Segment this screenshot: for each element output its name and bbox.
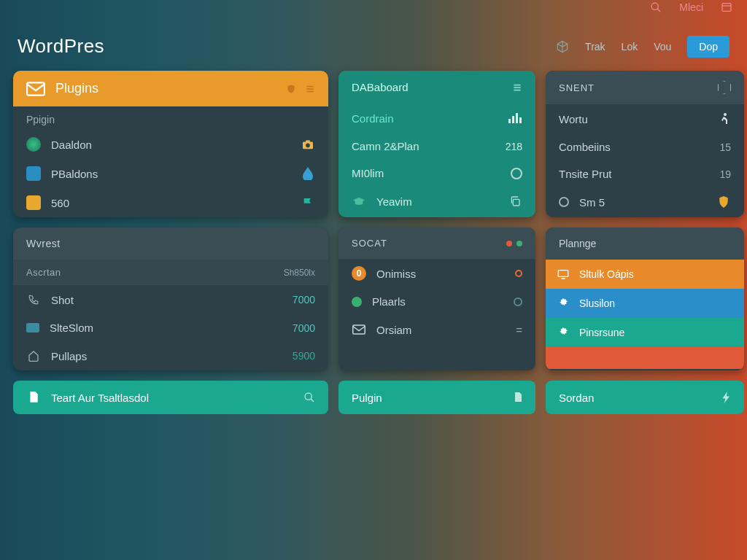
list-item-label: 560 xyxy=(51,197,69,209)
list-item-label: Yeavim xyxy=(376,195,412,208)
card-snent-title: SNENT xyxy=(559,82,595,93)
card-socat-header: SOCAT xyxy=(338,228,535,259)
bottom-buttons: Teart Aur Tsaltlasdol Pulgin Sordan xyxy=(0,370,747,414)
nav-trak[interactable]: Trak xyxy=(585,41,605,52)
list-item[interactable]: Cordrain xyxy=(338,104,535,133)
list-item-label: MI0lim xyxy=(352,167,384,179)
list-item[interactable]: Tnsite Prut 19 xyxy=(546,160,744,187)
card-snent-header: SNENT xyxy=(546,71,744,104)
svg-rect-17 xyxy=(519,117,522,123)
svg-rect-4 xyxy=(27,82,44,95)
chart-icon xyxy=(508,111,522,125)
phone-icon xyxy=(26,292,41,307)
button-label: Teart Aur Tsaltlasdol xyxy=(51,392,149,404)
camera-icon xyxy=(301,137,315,152)
list-item[interactable]: Plaarls xyxy=(338,288,535,315)
list-item[interactable]: Yeavim xyxy=(338,187,535,216)
top-menu[interactable]: Mleci xyxy=(679,1,703,13)
card-plugins-sub: Ppigin xyxy=(13,106,328,130)
hex-icon[interactable] xyxy=(718,81,731,94)
list-item-label: SlteSlom xyxy=(50,322,93,334)
list-item[interactable]: Camn 2&Plan 218 xyxy=(338,133,535,160)
list-item[interactable]: Shot 7000 xyxy=(13,285,328,314)
button-label: Sordan xyxy=(559,392,594,404)
svg-rect-14 xyxy=(508,119,511,123)
card-plugins: Plugins Ppigin Daaldon PBaldons 560 xyxy=(13,71,328,217)
svg-point-19 xyxy=(724,113,727,116)
nav-lok[interactable]: Lok xyxy=(622,41,638,52)
status-dots xyxy=(506,241,522,246)
action-button-3[interactable]: Sordan xyxy=(546,381,744,414)
search-icon xyxy=(303,392,315,403)
list-item-label: Pinsrsune xyxy=(579,327,624,338)
copy-icon xyxy=(508,194,522,209)
list-item-label: Sltulk Oápis xyxy=(579,268,634,280)
list-item[interactable]: Daaldon xyxy=(13,130,328,159)
panel-icon[interactable] xyxy=(721,1,732,13)
monitor-icon xyxy=(557,269,569,279)
list-item-value: 218 xyxy=(506,141,522,152)
card-wvrest-title: Wvrest xyxy=(26,238,61,249)
list-item[interactable]: Wortu xyxy=(546,104,744,133)
list-item-label: Combeiins xyxy=(559,141,611,153)
header-nav: Trak Lok Vou Dop xyxy=(556,36,729,58)
cube-icon[interactable] xyxy=(556,40,569,53)
svg-rect-16 xyxy=(516,113,518,123)
list-item[interactable]: Sltulk Oápis xyxy=(546,260,744,289)
nav-vou[interactable]: Vou xyxy=(654,41,671,52)
list-item[interactable]: MI0lim xyxy=(338,160,535,187)
list-item-label: Wortu xyxy=(559,113,588,125)
list-item-label: Daaldon xyxy=(51,139,92,151)
card-icon xyxy=(26,323,39,332)
list-item-label: Shot xyxy=(51,294,74,306)
list-item[interactable]: Pullaps 5900 xyxy=(13,341,328,370)
search-icon[interactable] xyxy=(650,1,662,13)
list-item[interactable]: Ascrtan Sh850lx xyxy=(13,260,328,285)
list-item-value: Sh850lx xyxy=(284,268,315,278)
svg-rect-10 xyxy=(306,140,310,142)
ring-icon xyxy=(515,270,522,277)
list-item[interactable]: Slusilon xyxy=(546,289,744,318)
flag-icon xyxy=(301,195,315,210)
card-dashboard-header: DABaboard xyxy=(338,71,535,104)
list-item[interactable]: 560 xyxy=(13,188,328,217)
card-dashboard-title: DABaboard xyxy=(352,81,409,93)
equals-icon: = xyxy=(516,324,522,336)
menu-icon[interactable] xyxy=(305,84,315,94)
card-wvrest: Wvrest Ascrtan Sh850lx Shot 7000 SlteSlo… xyxy=(13,228,328,370)
primary-button[interactable]: Dop xyxy=(687,36,729,58)
list-item[interactable]: Sm 5 xyxy=(546,187,744,217)
svg-point-9 xyxy=(306,144,310,148)
run-icon xyxy=(716,112,731,126)
list-item-value: 7000 xyxy=(293,294,315,306)
card-wvrest-header: Wvrest xyxy=(13,228,328,260)
menu-icon[interactable] xyxy=(512,82,522,93)
badge-icon: 0 xyxy=(352,266,366,281)
list-item[interactable]: 0Onimiss xyxy=(338,259,535,288)
action-button-1[interactable]: Teart Aur Tsaltlasdol xyxy=(13,381,328,414)
svg-rect-15 xyxy=(512,116,514,123)
target-icon xyxy=(559,197,569,207)
list-item-label: Onimiss xyxy=(376,268,416,280)
ring-icon xyxy=(511,168,522,179)
list-item-label: Orsiam xyxy=(376,324,411,336)
list-item[interactable]: Combeiins 15 xyxy=(546,133,744,160)
list-item[interactable]: Pinsrsune xyxy=(546,318,744,347)
cards-row-1: Plugins Ppigin Daaldon PBaldons 560 DABa… xyxy=(0,71,747,217)
svg-rect-21 xyxy=(558,271,568,277)
header: WordPres Trak Lok Vou Dop xyxy=(0,15,747,71)
svg-point-25 xyxy=(305,393,311,400)
card-plange-header: Plannge xyxy=(546,228,744,260)
list-item-label: Sm 5 xyxy=(579,196,605,209)
list-item[interactable]: Orsiam = xyxy=(338,315,535,344)
graduation-icon xyxy=(352,194,366,209)
list-item-value: 19 xyxy=(719,168,731,180)
globe-icon xyxy=(26,137,41,152)
home-icon xyxy=(26,349,41,363)
list-item[interactable]: SlteSlom 7000 xyxy=(13,314,328,341)
button-label: Pulgin xyxy=(352,392,382,404)
list-item[interactable]: PBaldons xyxy=(13,159,328,188)
list-item[interactable] xyxy=(546,347,744,369)
list-item-label: Plaarls xyxy=(372,295,406,308)
action-button-2[interactable]: Pulgin xyxy=(338,381,535,414)
